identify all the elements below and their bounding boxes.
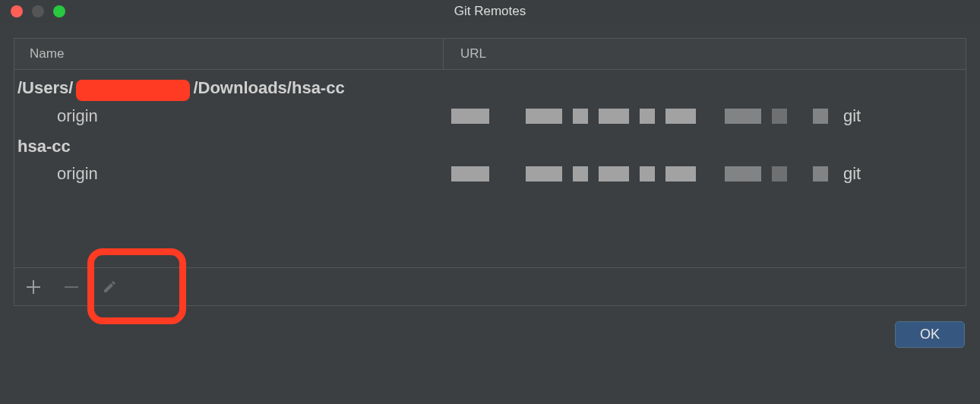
window-title: Git Remotes — [0, 4, 980, 19]
add-button[interactable] — [14, 268, 52, 306]
column-url-header[interactable]: URL — [444, 39, 966, 69]
plus-icon — [27, 280, 40, 294]
edit-button[interactable] — [90, 268, 128, 306]
pencil-icon — [103, 280, 116, 294]
repo-group-label[interactable]: /Users/ /Downloads/hsa-cc — [14, 74, 966, 102]
repo-path-suffix: /Downloads/hsa-cc — [193, 78, 344, 98]
dialog-footer: OK — [0, 306, 980, 348]
column-name-header[interactable]: Name — [14, 39, 444, 69]
toolbar — [14, 267, 966, 305]
remote-name: origin — [14, 164, 444, 184]
titlebar: Git Remotes — [0, 0, 980, 23]
window-controls — [0, 5, 65, 17]
url-extension: git — [843, 106, 861, 126]
remove-button[interactable] — [52, 268, 90, 306]
repo-group-label[interactable]: hsa-cc — [14, 134, 966, 159]
repo-path-prefix: /Users/ — [17, 78, 73, 98]
close-icon[interactable] — [11, 5, 23, 17]
redacted-username — [76, 80, 190, 101]
remotes-tree[interactable]: /Users/ /Downloads/hsa-cc origin git — [14, 70, 966, 191]
remote-row[interactable]: origin git — [14, 102, 966, 134]
remote-url-redacted: git — [444, 106, 966, 126]
minimize-icon — [32, 5, 44, 17]
url-extension: git — [843, 164, 861, 184]
maximize-icon[interactable] — [53, 5, 65, 17]
repo-path-prefix: hsa-cc — [17, 137, 71, 156]
remotes-panel: Name URL /Users/ /Downloads/hsa-cc origi… — [14, 38, 966, 306]
ok-button[interactable]: OK — [895, 321, 965, 348]
remote-row[interactable]: origin git — [14, 159, 966, 191]
remote-url-redacted: git — [444, 164, 966, 184]
minus-icon — [65, 280, 78, 294]
column-header-row: Name URL — [14, 39, 966, 70]
remote-name: origin — [14, 106, 444, 126]
